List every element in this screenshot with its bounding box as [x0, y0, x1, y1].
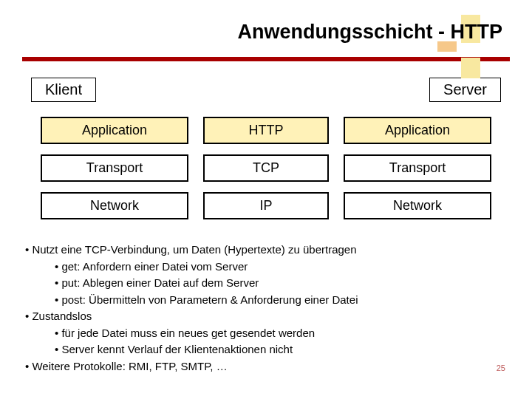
title-accent-block: [461, 58, 480, 78]
bullet-area: Nutzt eine TCP-Verbindung, um Daten (Hyp…: [0, 219, 532, 375]
client-label: Klient: [31, 78, 96, 102]
cell-server-application: Application: [344, 117, 491, 144]
cell-client-network: Network: [41, 192, 188, 219]
bullet: für jede Datei muss ein neues get gesend…: [55, 325, 507, 342]
server-label: Server: [429, 78, 501, 102]
layer-grid: Application HTTP Application Transport T…: [41, 117, 491, 219]
cell-server-transport: Transport: [344, 154, 491, 182]
bullet: post: Übermitteln von Parametern & Anfor…: [55, 292, 507, 309]
cell-client-transport: Transport: [41, 154, 188, 182]
cell-client-application: Application: [41, 117, 188, 144]
cell-protocol-tcp: TCP: [203, 154, 329, 182]
cell-protocol-ip: IP: [203, 192, 329, 219]
bullet: Weitere Protokolle: RMI, FTP, SMTP, …: [25, 358, 507, 375]
slide-number: 25: [497, 364, 505, 372]
cell-protocol-http: HTTP: [203, 117, 329, 144]
bullet: get: Anfordern einer Datei vom Server: [55, 259, 507, 276]
slide-title: Anwendungsschicht - HTTP: [0, 21, 502, 44]
bullet: Server kennt Verlauf der Klientenaktione…: [55, 341, 507, 358]
bullet: put: Ablegen einer Datei auf dem Server: [55, 275, 507, 292]
bullet: Zustandslos: [25, 308, 507, 325]
bullet: Nutzt eine TCP-Verbindung, um Daten (Hyp…: [25, 242, 507, 259]
cell-server-network: Network: [344, 192, 491, 219]
